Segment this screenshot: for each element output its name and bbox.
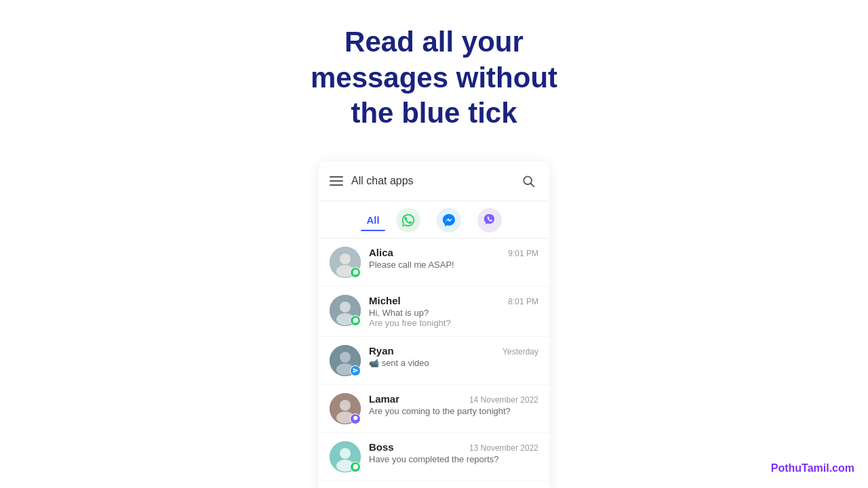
chat-msg-boss: Have you completed the reports?: [369, 454, 538, 464]
chat-content-michel: Michel 8:01 PM Hi, What is up? Are you f…: [369, 295, 538, 328]
chat-list: Alica 9:01 PM Please call me ASAP! Miche…: [319, 239, 549, 489]
svg-point-12: [340, 400, 351, 411]
chat-top-boss: Boss 13 November 2022: [369, 441, 538, 453]
chat-time-alica: 9:01 PM: [508, 249, 538, 258]
tabs-row: All: [319, 201, 549, 239]
viber-icon: [477, 208, 502, 232]
avatar-wrap-michel: [330, 295, 361, 326]
hero-section: Read all your messages without the blue …: [0, 0, 868, 161]
badge-ryan: [350, 365, 361, 376]
badge-alica: [350, 267, 361, 278]
badge-boss: [350, 462, 361, 472]
chat-item-michel[interactable]: Michel 8:01 PM Hi, What is up? Are you f…: [319, 287, 549, 337]
chat-time-ryan: Yesterday: [502, 347, 538, 357]
chat-top-michel: Michel 8:01 PM: [369, 295, 538, 306]
chat-content-alica: Alica 9:01 PM Please call me ASAP!: [369, 247, 538, 270]
svg-point-15: [340, 448, 351, 459]
svg-point-6: [340, 302, 351, 312]
chat-msg-alica: Please call me ASAP!: [369, 260, 538, 270]
messenger-icon: [437, 208, 461, 232]
chat-content-ryan: Ryan Yesterday 📹 sent a video: [369, 345, 538, 368]
tab-all[interactable]: All: [366, 214, 379, 231]
chat-name-alica: Alica: [369, 247, 393, 258]
hero-title: Read all your messages without the blue …: [0, 12, 868, 148]
chat-name-boss: Boss: [369, 441, 394, 453]
chat-msg2-michel: Are you free tonight?: [369, 318, 538, 328]
chat-msg1-michel: Hi, What is up?: [369, 308, 538, 318]
chat-msg-lamar: Are you coming to the party tonight?: [369, 406, 538, 416]
chat-item-alessandro[interactable]: Alessandro 09 November 2022 🎤 Voice mess…: [319, 481, 549, 489]
chat-content-lamar: Lamar 14 November 2022 Are you coming to…: [369, 393, 538, 416]
avatar-wrap-lamar: [330, 393, 361, 424]
svg-point-9: [340, 352, 351, 363]
menu-icon[interactable]: [330, 176, 343, 186]
chat-time-michel: 8:01 PM: [508, 297, 538, 306]
chat-item-boss[interactable]: Boss 13 November 2022 Have you completed…: [319, 433, 549, 481]
chat-top-lamar: Lamar 14 November 2022: [369, 393, 538, 405]
header-left: All chat apps: [330, 175, 414, 187]
avatar-wrap-boss: [330, 441, 361, 472]
whatsapp-icon: [396, 208, 420, 232]
chat-name-michel: Michel: [369, 295, 401, 306]
chat-item-lamar[interactable]: Lamar 14 November 2022 Are you coming to…: [319, 385, 549, 433]
watermark: PothuTamil.com: [771, 462, 854, 474]
chat-name-lamar: Lamar: [369, 393, 399, 405]
badge-lamar: [350, 413, 361, 424]
app-title: All chat apps: [351, 175, 414, 187]
chat-time-lamar: 14 November 2022: [469, 395, 538, 405]
avatar-wrap-alica: [330, 247, 361, 278]
app-header: All chat apps: [319, 161, 549, 201]
chat-name-ryan: Ryan: [369, 345, 394, 357]
tab-whatsapp[interactable]: [396, 208, 420, 238]
badge-michel: [350, 315, 361, 326]
chat-item-ryan[interactable]: Ryan Yesterday 📹 sent a video: [319, 337, 549, 385]
chat-top-ryan: Ryan Yesterday: [369, 345, 538, 357]
chat-content-boss: Boss 13 November 2022 Have you completed…: [369, 441, 538, 464]
svg-point-3: [340, 253, 351, 264]
chat-top-alica: Alica 9:01 PM: [369, 247, 538, 258]
search-button[interactable]: [518, 171, 538, 191]
chat-time-boss: 13 November 2022: [469, 443, 538, 453]
svg-line-1: [531, 183, 534, 186]
tab-messenger[interactable]: [437, 208, 461, 238]
chat-app-panel: All chat apps All: [319, 161, 549, 489]
tab-viber[interactable]: [477, 208, 502, 238]
avatar-wrap-ryan: [330, 345, 361, 376]
chat-item-alica[interactable]: Alica 9:01 PM Please call me ASAP!: [319, 239, 549, 287]
chat-msg-ryan: 📹 sent a video: [369, 358, 538, 368]
